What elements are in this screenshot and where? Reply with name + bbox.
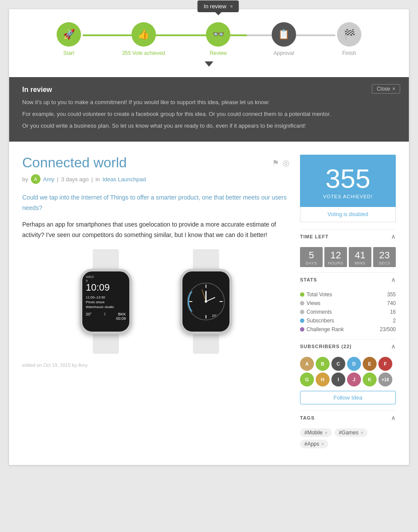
stats-header[interactable]: STATS ∧ xyxy=(300,272,396,287)
step-review: In review × 👓 Review xyxy=(206,22,230,56)
watch-1-event-name: Photo shoot xyxy=(86,300,126,305)
subscribers-header[interactable]: SUBSCRIBERS (22) ∧ xyxy=(300,339,396,353)
watch-1-city: BKK xyxy=(116,312,126,316)
tags-label: TAGS xyxy=(300,415,315,420)
close-label: Close xyxy=(377,86,390,92)
watch-2: 20° xyxy=(162,249,249,354)
in-label: in xyxy=(95,176,100,183)
watch-1: WED 9 10:09 11:00–13:30 Photo shoot Ware… xyxy=(62,249,149,354)
step-vote-label: 355 Vote achieved xyxy=(122,50,165,56)
stat-total-votes-label: Total Votes xyxy=(300,291,332,298)
idea-title: Connected world xyxy=(22,155,127,171)
stat-comments-label: Comments xyxy=(300,309,332,315)
stat-views-label: Views xyxy=(300,300,320,306)
step-finish-label: Finish xyxy=(342,50,356,56)
sub-avatar-9: I xyxy=(331,373,345,386)
tag-games-close[interactable]: × xyxy=(361,430,363,435)
svg-line-6 xyxy=(206,297,215,301)
flag-icon[interactable]: ⚑ xyxy=(272,158,279,168)
stat-comments: Comments 16 xyxy=(300,308,396,316)
sub-avatar-2: B xyxy=(316,357,330,371)
stat-subscribers-value: 2 xyxy=(393,318,396,324)
info-box: Close × In review Now it's up to you to … xyxy=(9,77,409,142)
sub-avatar-more: +16 xyxy=(378,373,392,386)
idea-body-para-2: Perhaps an app for smartphones that uses… xyxy=(22,220,290,241)
tags-chevron: ∧ xyxy=(391,414,396,421)
step-approval: 📋 Approval xyxy=(272,22,296,56)
edit-icon[interactable]: ◎ xyxy=(283,158,290,168)
by-label: by xyxy=(22,176,28,183)
voting-disabled: Voting is disabled xyxy=(300,207,396,222)
stats-chevron: ∧ xyxy=(391,276,396,283)
sub-avatar-11: K xyxy=(363,373,377,386)
stats-list: Total Votes 355 Views 740 Comments xyxy=(300,290,396,334)
tooltip-bubble: In review × xyxy=(198,0,239,12)
countdown-mins: 41 MINS xyxy=(349,247,371,267)
tags-header[interactable]: TAGS ∧ xyxy=(300,410,396,425)
tag-apps-close[interactable]: × xyxy=(321,442,324,447)
stat-comments-value: 16 xyxy=(390,309,396,315)
countdown-mins-label: MINS xyxy=(351,261,370,265)
sub-avatar-5: E xyxy=(363,357,377,371)
info-box-line-3: Or you could write a business plan. So l… xyxy=(22,122,396,131)
countdown-secs-label: SECS xyxy=(375,261,394,265)
stat-rank-label: Challenge Rank xyxy=(300,326,344,332)
stat-total-votes-value: 355 xyxy=(387,291,396,298)
info-box-close-button[interactable]: Close × xyxy=(372,84,400,94)
watch-2-screen: 20° xyxy=(182,271,229,332)
progress-steps: 🚀 Start 👍 355 Vote achieved In review × … xyxy=(57,22,361,56)
idea-icons: ⚑ ◎ xyxy=(272,158,290,168)
countdown-mins-num: 41 xyxy=(351,251,370,260)
tooltip-arrow xyxy=(205,61,213,67)
watch-1-screen: WED 9 10:09 11:00–13:30 Photo shoot Ware… xyxy=(82,271,129,332)
sub-avatar-7: G xyxy=(300,373,314,386)
tooltip-label: In review xyxy=(204,3,226,10)
follow-idea-button[interactable]: Follow Idea xyxy=(300,391,396,404)
countdown-days-num: 5 xyxy=(302,251,321,260)
step-approval-label: Approval xyxy=(273,50,294,56)
watch-1-band-bottom xyxy=(93,334,119,354)
countdown-days-label: DAYS xyxy=(302,261,321,265)
step-finish-circle: 🏁 xyxy=(337,22,361,47)
sub-avatar-3: C xyxy=(331,357,345,371)
countdown-secs-num: 23 xyxy=(375,251,394,260)
watch-1-day: 9 xyxy=(86,279,126,283)
category-link[interactable]: Ideas Launchpad xyxy=(102,176,146,183)
stats-label: STATS xyxy=(300,277,317,282)
countdown-secs: 23 SECS xyxy=(373,247,396,267)
tag-mobile-close[interactable]: × xyxy=(325,430,327,435)
author-avatar: A xyxy=(31,174,40,184)
watch-1-body: WED 9 10:09 11:00–13:30 Photo shoot Ware… xyxy=(80,269,132,334)
meta-separator-1: | xyxy=(57,176,58,183)
watch-1-event-loc: Warehouse studio xyxy=(86,305,126,309)
tag-games-label: #Games xyxy=(339,430,358,436)
sub-avatar-6: F xyxy=(378,357,392,371)
author-name[interactable]: Amy xyxy=(43,176,54,183)
stat-total-votes: Total Votes 355 xyxy=(300,290,396,299)
step-vote-circle: 👍 xyxy=(131,22,156,47)
watch-2-band-top xyxy=(193,249,219,269)
watch-1-event: 11:00–13:30 Photo shoot Warehouse studio xyxy=(86,295,126,310)
stat-views-value: 740 xyxy=(387,300,396,306)
meta-separator-2: | xyxy=(91,176,93,183)
watch-1-weather: 20° ☽ BKK 00:09 xyxy=(86,312,126,321)
countdown-hours-label: HOURS xyxy=(326,261,345,265)
edit-label: edited on Oct 19, 2015 by Amy xyxy=(22,363,290,368)
time-left-header[interactable]: TIME LEFT ∧ xyxy=(300,229,396,244)
tooltip-close-icon[interactable]: × xyxy=(230,3,233,10)
info-box-line-2: For example, you could volunteer to crea… xyxy=(22,110,396,119)
watch-1-icon: ☽ xyxy=(102,312,106,321)
countdown-hours: 12 HOURS xyxy=(324,247,347,267)
sub-avatar-4: D xyxy=(347,357,361,371)
tags-list: #Mobile × #Games × #Apps × xyxy=(300,428,396,448)
svg-text:20°: 20° xyxy=(212,314,217,318)
progress-track: 🚀 Start 👍 355 Vote achieved In review × … xyxy=(57,22,361,56)
time-ago: 3 days ago xyxy=(61,176,89,183)
subscribers-label: SUBSCRIBERS (22) xyxy=(300,344,352,349)
watch-1-date: WED xyxy=(86,275,126,279)
svg-point-8 xyxy=(205,300,207,303)
sub-avatar-8: H xyxy=(316,373,330,386)
page-wrapper: 🚀 Start 👍 355 Vote achieved In review × … xyxy=(9,9,409,465)
watch-1-time2: 00:09 xyxy=(116,316,126,321)
tag-apps: #Apps × xyxy=(300,440,328,448)
